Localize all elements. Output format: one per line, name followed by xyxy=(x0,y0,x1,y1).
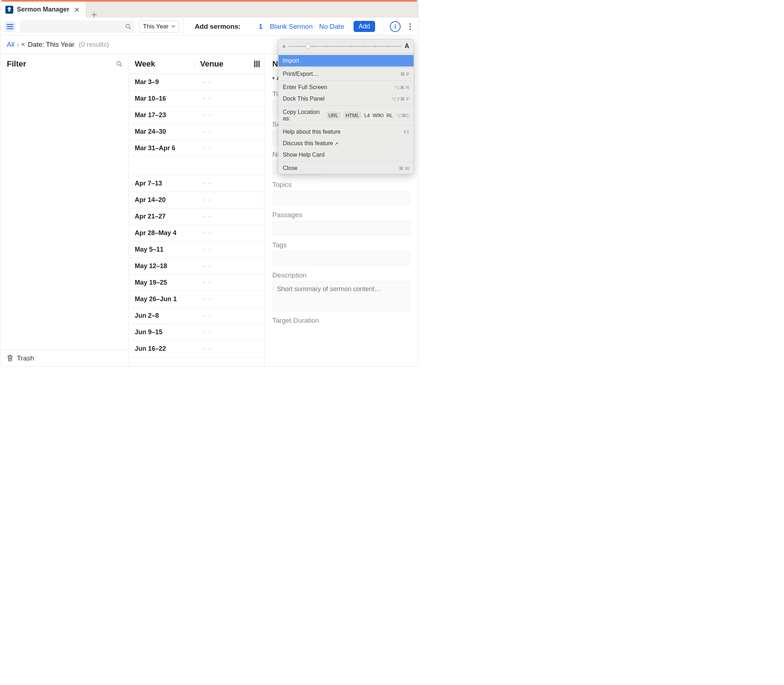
menu-print-export[interactable]: Print/Export… ⌘ P xyxy=(279,68,413,80)
filter-search-icon[interactable] xyxy=(117,61,122,67)
slider-thumb[interactable] xyxy=(305,44,311,49)
add-count[interactable]: 1 xyxy=(259,23,262,31)
week-cell: Jun 2–8 xyxy=(129,312,198,320)
venue-cell: - - xyxy=(198,196,264,204)
chevron-right-icon: › xyxy=(16,41,19,49)
week-row[interactable]: Jun 2–8- - xyxy=(129,308,264,324)
week-row[interactable]: Apr 28–May 4- - xyxy=(129,225,264,242)
menu-import[interactable]: Import xyxy=(279,55,413,67)
tab-active[interactable]: Sermon Manager xyxy=(0,2,86,18)
week-row[interactable]: Jun 9–15- - xyxy=(129,324,264,341)
week-row[interactable]: Mar 3–9- - xyxy=(129,74,264,91)
week-list[interactable]: Mar 3–9- -Mar 10–16- -Mar 17–23- -Mar 24… xyxy=(129,74,264,366)
venue-header[interactable]: Venue xyxy=(194,59,264,69)
date-filter-value: This Year xyxy=(143,23,168,30)
week-row[interactable]: Mar 24–30- - xyxy=(129,123,264,140)
week-row[interactable]: Apr 7–13- - xyxy=(129,175,264,192)
week-row[interactable]: Mar 17–23- - xyxy=(129,107,264,123)
menu-discuss-feature[interactable]: Discuss this feature↗ xyxy=(279,138,413,149)
week-cell: Mar 24–30 xyxy=(129,128,198,135)
copy-l4[interactable]: L4 xyxy=(364,112,370,118)
week-cell: May 5–11 xyxy=(129,246,198,253)
passages-input[interactable] xyxy=(272,221,410,235)
week-row[interactable]: May 19–25- - xyxy=(129,274,264,291)
date-filter-dropdown[interactable]: This Year xyxy=(139,21,179,33)
week-row[interactable]: Mar 10–16- - xyxy=(129,91,264,107)
week-cell: Mar 3–9 xyxy=(129,78,198,86)
menu-fullscreen[interactable]: Enter Full Screen ⌥⌘ R xyxy=(279,81,413,93)
crumb-remove-button[interactable]: ✕ xyxy=(21,41,26,48)
menu-copy-location: Copy Location as: URL HTML L4 WIKI RL ⌥⌘… xyxy=(279,106,413,124)
menu-show-help-card[interactable]: Show Help Card xyxy=(279,149,413,161)
trash-label: Trash xyxy=(17,354,34,362)
week-row[interactable]: Jun 16–22- - xyxy=(129,341,264,357)
copy-wiki[interactable]: WIKI xyxy=(373,112,383,118)
add-sermons-label: Add sermons: xyxy=(188,23,244,31)
week-row[interactable]: Apr 14–20- - xyxy=(129,192,264,208)
week-column: Week Venue Mar 3–9- -Mar 10–16- -Mar 17–… xyxy=(129,54,264,366)
font-size-slider[interactable] xyxy=(289,46,401,47)
svg-point-2 xyxy=(410,26,411,27)
blank-sermon-link[interactable]: Blank Sermon xyxy=(270,23,313,31)
venue-cell: - - xyxy=(198,279,264,286)
filter-body xyxy=(0,74,129,350)
week-row[interactable]: May 26–Jun 1- - xyxy=(129,291,264,308)
menu-dock-label: Dock This Panel xyxy=(283,96,324,102)
week-row[interactable]: May 5–11- - xyxy=(129,242,264,258)
menu-help-feature-label: Help about this feature xyxy=(283,129,341,135)
week-cell: Apr 21–27 xyxy=(129,213,198,220)
panel-menu-button[interactable] xyxy=(5,21,15,32)
week-cell: Mar 17–23 xyxy=(129,111,198,119)
copy-shortcut: ⌥⌘C xyxy=(396,113,409,118)
week-row[interactable]: Apr 21–27- - xyxy=(129,208,264,225)
week-cell: Mar 10–16 xyxy=(129,95,198,102)
week-gap xyxy=(129,157,264,175)
week-cell: Jun 16–22 xyxy=(129,345,198,352)
venue-cell: - - xyxy=(198,78,264,86)
crumb-date: Date: This Year xyxy=(28,41,75,49)
venue-cell: - - xyxy=(198,312,264,320)
menu-close[interactable]: Close ⌘ W xyxy=(279,162,413,174)
chevron-down-icon xyxy=(172,25,175,28)
menu-dock-shortcut: ⌥⇧⌘ F xyxy=(391,96,409,102)
menu-discuss-feature-label: Discuss this feature↗ xyxy=(283,140,338,147)
description-input[interactable] xyxy=(272,281,410,311)
app-logo-icon xyxy=(5,6,13,14)
week-cell: May 26–Jun 1 xyxy=(129,295,198,303)
week-header[interactable]: Week xyxy=(129,59,194,69)
external-link-icon: ↗ xyxy=(335,141,338,146)
week-cell: May 12–18 xyxy=(129,262,198,270)
font-size-row: A A xyxy=(279,39,413,53)
copy-html-chip[interactable]: HTML xyxy=(343,112,361,119)
copy-rl[interactable]: RL xyxy=(387,112,393,118)
topics-label: Topics xyxy=(272,181,410,189)
week-row[interactable]: May 12–18- - xyxy=(129,258,264,274)
panel-options-menu: A A Import Print/Export… ⌘ P xyxy=(278,39,414,174)
venue-cell: - - xyxy=(198,345,264,352)
no-date-link[interactable]: No Date xyxy=(319,23,344,31)
filter-title: Filter xyxy=(7,59,26,69)
menu-close-shortcut: ⌘ W xyxy=(399,166,409,171)
venue-cell: - - xyxy=(198,128,264,135)
columns-icon[interactable] xyxy=(254,61,260,67)
info-button[interactable]: i xyxy=(390,21,401,32)
add-button[interactable]: Add xyxy=(353,21,375,32)
copy-url-chip[interactable]: URL xyxy=(326,112,341,119)
week-cell: Jun 9–15 xyxy=(129,328,198,336)
crumb-all[interactable]: All xyxy=(7,41,15,49)
search-input[interactable] xyxy=(20,21,135,33)
topics-input[interactable] xyxy=(272,191,410,205)
menu-fullscreen-label: Enter Full Screen xyxy=(283,84,327,91)
menu-help-feature[interactable]: Help about this feature F1 xyxy=(279,126,413,138)
new-tab-button[interactable] xyxy=(86,12,102,18)
tab-close-button[interactable] xyxy=(73,6,81,14)
trash-button[interactable]: Trash xyxy=(0,350,129,366)
svg-point-1 xyxy=(410,23,411,25)
menu-dock[interactable]: Dock This Panel ⌥⇧⌘ F xyxy=(279,93,413,105)
venue-cell: - - xyxy=(198,95,264,102)
week-cell: Apr 7–13 xyxy=(129,180,198,187)
week-row[interactable]: Mar 31–Apr 6- - xyxy=(129,140,264,157)
kebab-menu-button[interactable] xyxy=(405,23,414,30)
tags-input[interactable] xyxy=(272,251,410,266)
target-duration-label: Target Duration xyxy=(272,317,410,325)
